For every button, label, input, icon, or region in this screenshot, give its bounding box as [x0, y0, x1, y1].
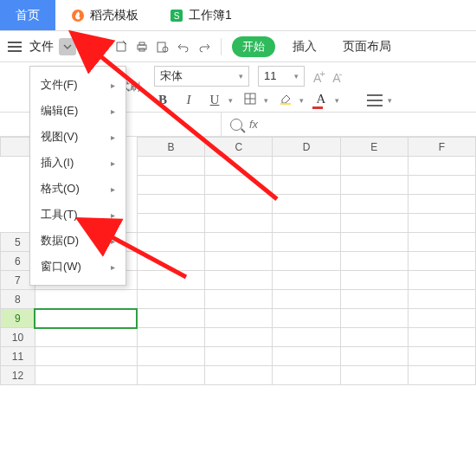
col-header-d[interactable]: D	[273, 138, 340, 157]
active-cell[interactable]	[35, 309, 137, 328]
menu-item-tools-label: 工具(T)	[41, 207, 78, 222]
bold-button[interactable]: B	[154, 93, 171, 107]
menu-item-data-label: 数据(D)	[41, 233, 79, 248]
chevron-down-icon: ▾	[228, 96, 233, 105]
chevron-right-icon: ▸	[111, 81, 115, 90]
menu-item-edit[interactable]: 编辑(E)▸	[30, 98, 125, 124]
ribbon-tab-start[interactable]: 开始	[232, 36, 275, 57]
document-tabs: 首页 稻壳模板 S 工作簿1	[0, 0, 476, 31]
font-name-select[interactable]: 宋体 ▾	[154, 66, 249, 87]
tab-template-label: 稻壳模板	[90, 8, 138, 23]
col-header-f[interactable]: F	[408, 138, 475, 157]
row-header-10[interactable]: 10	[1, 328, 35, 347]
underline-button[interactable]: U	[206, 93, 223, 107]
menu-item-view[interactable]: 视图(V)▸	[30, 124, 125, 150]
menu-item-file[interactable]: 文件(F)▸	[30, 72, 125, 98]
save-as-icon[interactable]	[112, 37, 131, 56]
row-header-12[interactable]: 12	[1, 366, 35, 385]
chevron-right-icon: ▸	[111, 210, 115, 220]
separator	[221, 38, 222, 55]
svg-text:S: S	[174, 11, 180, 21]
tab-home-label: 首页	[16, 8, 40, 23]
chevron-right-icon: ▸	[111, 132, 115, 142]
menu-item-view-label: 视图(V)	[41, 129, 78, 145]
print-preview-icon[interactable]	[153, 37, 172, 56]
fx-label: fx	[249, 118, 258, 131]
print-icon[interactable]	[132, 37, 151, 56]
italic-button[interactable]: I	[180, 93, 197, 107]
quick-access-bar: 文件 开始 插入 页面布局	[0, 31, 476, 62]
chevron-down-icon: ▾	[335, 96, 339, 105]
save-icon[interactable]	[91, 37, 110, 56]
undo-icon[interactable]	[174, 37, 193, 56]
border-button[interactable]	[241, 93, 259, 108]
chevron-down-icon: ▾	[239, 72, 243, 81]
font-name-value: 宋体	[160, 68, 183, 84]
svg-rect-14	[280, 103, 291, 105]
chevron-right-icon: ▸	[111, 158, 115, 168]
spreadsheet-icon: S	[170, 9, 183, 23]
ribbon-tab-insert[interactable]: 插入	[280, 39, 329, 55]
chevron-right-icon: ▸	[111, 236, 115, 246]
fill-color-button[interactable]	[277, 93, 294, 108]
row-header-8[interactable]: 8	[1, 290, 35, 309]
menu-item-insert-label: 插入(I)	[41, 155, 74, 171]
chevron-right-icon: ▸	[111, 262, 115, 272]
chevron-right-icon: ▸	[111, 106, 115, 116]
menu-item-file-label: 文件(F)	[41, 77, 78, 93]
menu-item-format[interactable]: 格式(O)▸	[30, 176, 125, 202]
svg-rect-3	[95, 42, 106, 52]
chevron-right-icon: ▸	[111, 184, 115, 194]
increase-font-icon[interactable]: A+	[313, 68, 324, 85]
file-button-label: 文件	[29, 39, 54, 55]
menu-item-insert[interactable]: 插入(I)▸	[30, 150, 125, 176]
chevron-down-icon: ▾	[388, 96, 392, 105]
chevron-down-icon: ▾	[264, 96, 268, 105]
chevron-down-icon: ▾	[294, 72, 299, 81]
menu-item-window-label: 窗口(W)	[41, 259, 81, 274]
col-header-b[interactable]: B	[137, 138, 204, 157]
search-icon[interactable]	[230, 119, 242, 131]
menu-item-edit-label: 编辑(E)	[41, 103, 78, 119]
file-dropdown-menu: 文件(F)▸ 编辑(E)▸ 视图(V)▸ 插入(I)▸ 格式(O)▸ 工具(T)…	[29, 66, 126, 286]
font-size-value: 11	[264, 69, 276, 82]
svg-rect-15	[312, 106, 323, 109]
ribbon-tab-start-label: 开始	[242, 40, 265, 53]
tab-template[interactable]: 稻壳模板	[55, 0, 154, 30]
col-header-e[interactable]: E	[340, 138, 408, 157]
font-color-button[interactable]: A	[312, 92, 330, 109]
file-dropdown-button[interactable]	[59, 38, 76, 55]
svg-rect-4	[98, 42, 103, 45]
col-header-c[interactable]: C	[205, 138, 273, 157]
menu-item-tools[interactable]: 工具(T)▸	[30, 202, 125, 228]
row-header-11[interactable]: 11	[1, 347, 35, 366]
ribbon-tab-pagelayout-label: 页面布局	[343, 39, 391, 53]
flame-icon	[71, 9, 85, 23]
menu-item-data[interactable]: 数据(D)▸	[30, 228, 125, 254]
menu-item-window[interactable]: 窗口(W)▸	[30, 254, 125, 280]
chevron-down-icon	[63, 42, 72, 51]
redo-icon[interactable]	[195, 37, 214, 56]
font-size-select[interactable]: 11 ▾	[258, 66, 305, 87]
ribbon-tab-insert-label: 插入	[293, 39, 317, 53]
tab-home[interactable]: 首页	[0, 0, 55, 30]
row-header-9[interactable]: 9	[1, 309, 35, 328]
separator	[83, 38, 84, 55]
chevron-down-icon: ▾	[299, 96, 304, 105]
decrease-font-icon[interactable]: A-	[332, 68, 340, 85]
file-button[interactable]: 文件	[26, 39, 57, 55]
menu-icon[interactable]	[5, 37, 24, 56]
svg-rect-6	[139, 42, 145, 45]
tab-workbook1[interactable]: S 工作簿1	[154, 0, 248, 30]
menu-item-format-label: 格式(O)	[41, 181, 80, 197]
ribbon-tab-pagelayout[interactable]: 页面布局	[331, 39, 403, 55]
align-button[interactable]	[367, 94, 383, 106]
tab-workbook1-label: 工作簿1	[189, 8, 232, 23]
